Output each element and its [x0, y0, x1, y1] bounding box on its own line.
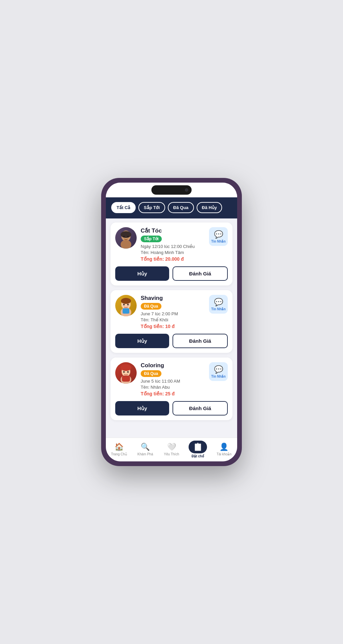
nav-icon-wrap-home: 🏠: [115, 443, 124, 451]
avatar-1: [115, 227, 137, 249]
svg-rect-10: [123, 308, 129, 314]
nav-icon-wrap-user: 👤: [219, 443, 228, 451]
svg-point-2: [123, 236, 125, 238]
card-total-2: Tổng tiền: 10 đ: [141, 324, 205, 329]
nav-icon-wrap-search: 🔍: [141, 443, 150, 451]
card-name-3: Tên: Nhân Abu: [141, 385, 205, 390]
card-date-2: June 7 lúc 2:00 PM: [141, 311, 205, 316]
card-actions-3: Hủy Đánh Giá: [115, 401, 228, 415]
card-top-1: Cắt Tóc Sắp Tới Ngày 12/10 lúc 12:00 Chi…: [115, 227, 228, 262]
cancel-btn-2[interactable]: Hủy: [115, 334, 169, 348]
nav-label-dat-cho: Đặt chổ: [192, 454, 204, 458]
status-badge-3: Đã Qua: [141, 370, 161, 377]
avatar-2: [115, 295, 137, 316]
nav-tai-khoan[interactable]: 👤 Tài khoản: [211, 443, 237, 456]
avatar-svg-1: [115, 227, 137, 249]
tab-da-qua[interactable]: Đã Qua: [168, 202, 194, 213]
nav-kham-pha[interactable]: 🔍 Khám Phá: [132, 443, 158, 456]
card-actions-1: Hủy Đánh Giá: [115, 266, 228, 281]
svg-rect-16: [122, 376, 130, 382]
bottom-nav: 🏠 Trang Chủ 🔍 Khám Phá 🤍 Yêu Thích 📋: [106, 438, 237, 461]
card-top-3: Coloring Đã Qua June 5 lúc 11:00 AM Tên:…: [115, 362, 228, 396]
nav-label-kham-pha: Khám Phá: [137, 452, 153, 456]
cancel-btn-3[interactable]: Hủy: [115, 401, 169, 415]
avatar-svg-2: [115, 295, 137, 316]
nav-trang-chu[interactable]: 🏠 Trang Chủ: [106, 443, 132, 456]
message-icon-2: 💬: [214, 298, 223, 307]
message-label-2: Tin Nhắn: [211, 307, 225, 311]
phone-frame: Tất Cả Sắp Tới Đã Qua Đã Hủy: [101, 178, 242, 466]
heart-icon: 🤍: [167, 443, 176, 451]
svg-point-14: [127, 371, 129, 373]
message-icon-1: 💬: [214, 230, 223, 239]
review-btn-1[interactable]: Đánh Giá: [173, 266, 228, 281]
svg-point-7: [123, 304, 125, 306]
card-date-1: Ngày 12/10 lúc 12:00 Chiều: [141, 244, 205, 249]
camera: [185, 188, 188, 192]
nav-yeu-thich[interactable]: 🤍 Yêu Thích: [158, 443, 185, 456]
search-icon: 🔍: [141, 443, 150, 451]
svg-point-12: [121, 364, 131, 371]
card-date-3: June 5 lúc 11:00 AM: [141, 379, 205, 384]
card-info-1: Cắt Tóc Sắp Tới Ngày 12/10 lúc 12:00 Chi…: [141, 227, 205, 262]
card-info-3: Coloring Đã Qua June 5 lúc 11:00 AM Tên:…: [141, 362, 205, 396]
status-bar: [106, 183, 237, 197]
message-btn-3[interactable]: 💬 Tin Nhắn: [209, 362, 228, 381]
booking-card-2: Shaving Đã Qua June 7 lúc 2:00 PM Tên: T…: [111, 290, 232, 353]
booking-card-1: Cắt Tóc Sắp Tới Ngày 12/10 lúc 12:00 Chi…: [111, 222, 232, 285]
status-badge-2: Đã Qua: [141, 303, 161, 310]
service-name-2: Shaving: [141, 295, 205, 302]
booking-card-3: Coloring Đã Qua June 5 lúc 11:00 AM Tên:…: [111, 358, 232, 420]
svg-point-3: [127, 236, 129, 238]
message-btn-1[interactable]: 💬 Tin Nhắn: [209, 227, 228, 246]
avatar-3: [115, 362, 137, 384]
cancel-btn-1[interactable]: Hủy: [115, 266, 169, 281]
tab-da-huy[interactable]: Đã Hủy: [197, 202, 222, 213]
header-tabs: Tất Cả Sắp Tới Đã Qua Đã Hủy: [106, 197, 237, 218]
svg-point-6: [121, 298, 131, 304]
nav-icon-wrap-booking: 📋: [189, 441, 207, 453]
message-label-1: Tin Nhắn: [211, 240, 225, 243]
tab-tat-ca[interactable]: Tất Cả: [111, 202, 136, 213]
nav-label-tai-khoan: Tài khoản: [217, 452, 231, 456]
booking-icon: 📋: [193, 443, 202, 451]
avatar-svg-3: [115, 362, 137, 384]
card-actions-2: Hủy Đánh Giá: [115, 334, 228, 348]
svg-point-8: [127, 304, 129, 306]
card-total-3: Tổng tiền: 25 đ: [141, 391, 205, 396]
tab-sap-toi[interactable]: Sắp Tới: [138, 202, 165, 213]
service-name-1: Cắt Tóc: [141, 227, 205, 234]
bookings-list: Cắt Tóc Sắp Tới Ngày 12/10 lúc 12:00 Chi…: [106, 218, 237, 438]
review-btn-2[interactable]: Đánh Giá: [173, 334, 228, 348]
service-name-3: Coloring: [141, 362, 205, 369]
card-top-2: Shaving Đã Qua June 7 lúc 2:00 PM Tên: T…: [115, 295, 228, 329]
svg-point-4: [121, 240, 131, 249]
home-icon: 🏠: [115, 443, 124, 451]
nav-label-yeu-thich: Yêu Thích: [164, 452, 179, 456]
svg-point-1: [121, 231, 131, 238]
phone-screen: Tất Cả Sắp Tới Đã Qua Đã Hủy: [106, 183, 237, 461]
card-name-1: Tên: Hoàng Minh Tâm: [141, 250, 205, 255]
message-label-3: Tin Nhắn: [211, 375, 225, 378]
status-badge-1: Sắp Tới: [141, 236, 162, 242]
nav-label-trang-chu: Trang Chủ: [111, 452, 127, 456]
nav-dat-cho[interactable]: 📋 Đặt chổ: [185, 441, 211, 458]
notch: [151, 185, 192, 195]
review-btn-3[interactable]: Đánh Giá: [173, 401, 228, 415]
message-icon-3: 💬: [214, 365, 223, 374]
card-total-1: Tổng tiền: 20.000 đ: [141, 256, 205, 262]
nav-icon-wrap-heart: 🤍: [167, 443, 176, 451]
user-icon: 👤: [219, 443, 228, 451]
message-btn-2[interactable]: 💬 Tin Nhắn: [209, 295, 228, 314]
card-info-2: Shaving Đã Qua June 7 lúc 2:00 PM Tên: T…: [141, 295, 205, 329]
svg-point-13: [123, 371, 125, 373]
card-name-2: Tên: Thế Khôi: [141, 317, 205, 322]
